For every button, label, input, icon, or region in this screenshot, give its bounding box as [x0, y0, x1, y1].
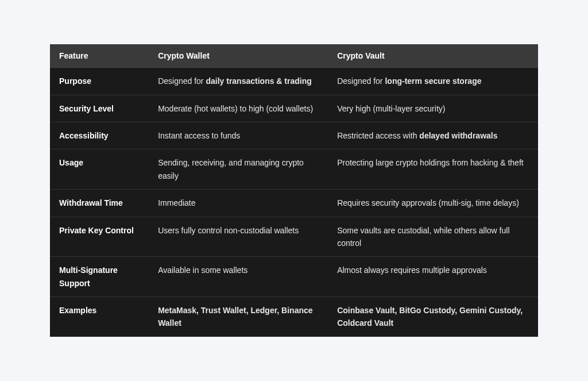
table-row: Security LevelModerate (hot wallets) to … — [50, 95, 538, 122]
vault-cell: Designed for long-term secure storage — [328, 68, 538, 95]
table-row: PurposeDesigned for daily transactions &… — [50, 68, 538, 95]
table-body: PurposeDesigned for daily transactions &… — [50, 68, 538, 337]
feature-cell: Security Level — [50, 95, 149, 122]
wallet-cell: Designed for daily transactions & tradin… — [149, 68, 328, 95]
table-row: UsageSending, receiving, and managing cr… — [50, 149, 538, 190]
table-row: AccessibilityInstant access to fundsRest… — [50, 122, 538, 149]
vault-cell: Almost always requires multiple approval… — [328, 257, 538, 297]
feature-cell: Usage — [50, 149, 149, 190]
wallet-cell: Sending, receiving, and managing crypto … — [149, 149, 328, 190]
header-feature: Feature — [50, 44, 149, 68]
vault-cell: Some vaults are custodial, while others … — [328, 217, 538, 257]
wallet-cell: Immediate — [149, 190, 328, 217]
feature-cell: Private Key Control — [50, 217, 149, 257]
comparison-table-container: Feature Crypto Wallet Crypto Vault Purpo… — [50, 44, 538, 337]
vault-cell: Very high (multi-layer security) — [328, 95, 538, 122]
vault-cell: Coinbase Vault, BitGo Custody, Gemini Cu… — [328, 297, 538, 337]
feature-cell: Purpose — [50, 68, 149, 95]
wallet-cell: Available in some wallets — [149, 257, 328, 297]
feature-cell: Withdrawal Time — [50, 190, 149, 217]
wallet-cell: Moderate (hot wallets) to high (cold wal… — [149, 95, 328, 122]
header-vault: Crypto Vault — [328, 44, 538, 68]
feature-cell: Multi-Signature Support — [50, 257, 149, 297]
vault-cell: Protecting large crypto holdings from ha… — [328, 149, 538, 190]
table-row: ExamplesMetaMask, Trust Wallet, Ledger, … — [50, 297, 538, 337]
comparison-table: Feature Crypto Wallet Crypto Vault Purpo… — [50, 44, 538, 337]
table-header-row: Feature Crypto Wallet Crypto Vault — [50, 44, 538, 68]
header-wallet: Crypto Wallet — [149, 44, 328, 68]
vault-cell: Restricted access with delayed withdrawa… — [328, 122, 538, 149]
table-row: Withdrawal TimeImmediateRequires securit… — [50, 190, 538, 217]
wallet-cell: Instant access to funds — [149, 122, 328, 149]
wallet-cell: MetaMask, Trust Wallet, Ledger, Binance … — [149, 297, 328, 337]
wallet-cell: Users fully control non-custodial wallet… — [149, 217, 328, 257]
feature-cell: Examples — [50, 297, 149, 337]
table-row: Private Key ControlUsers fully control n… — [50, 217, 538, 257]
table-row: Multi-Signature SupportAvailable in some… — [50, 257, 538, 297]
feature-cell: Accessibility — [50, 122, 149, 149]
vault-cell: Requires security approvals (multi-sig, … — [328, 190, 538, 217]
